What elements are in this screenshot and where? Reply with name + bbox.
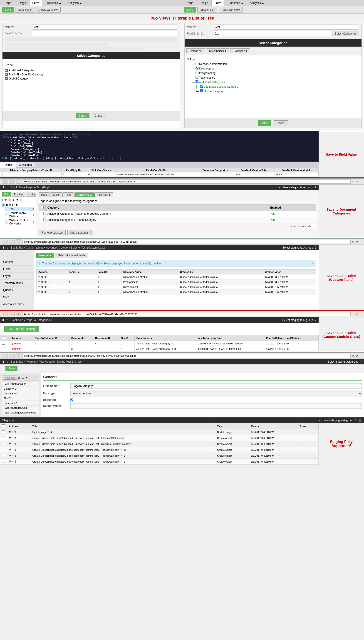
delete-icon-2[interactable]: 🗑	[41, 281, 44, 283]
staging-select-all[interactable]	[2, 424, 5, 427]
staging-action-icons-1[interactable]: ↻ ↗ 🗑	[9, 430, 17, 433]
tree-checkbox-programming[interactable]	[196, 71, 198, 74]
forward-btn-4[interactable]: →	[9, 354, 14, 358]
add-icon[interactable]: +	[2, 198, 4, 202]
new-field-button[interactable]: New field	[3, 376, 17, 380]
url-input-2[interactable]	[22, 240, 350, 244]
tree-checkbox-development[interactable]	[196, 67, 198, 70]
cancel-button-right[interactable]: Cancel	[274, 120, 288, 126]
field-item-pagetocategoryid[interactable]: PageToCategoryID*	[2, 382, 39, 386]
page-tab-categories[interactable]: Categories ▲	[74, 192, 95, 197]
tab-properties-right[interactable]: Properties ▲	[224, 0, 246, 6]
back-btn-3[interactable]: ←	[2, 312, 8, 316]
staging-cb-6[interactable]	[2, 460, 5, 463]
required-checkbox[interactable]	[70, 398, 73, 401]
tree-checkbox-blank-site[interactable]	[200, 85, 203, 88]
preview-tab[interactable]: Preview	[12, 192, 26, 197]
staging-col-title[interactable]: Title	[30, 423, 215, 429]
collapse-all-button[interactable]: Collapse All	[230, 48, 250, 53]
field-only-ids-input-left[interactable]	[32, 31, 177, 36]
help-icon-1[interactable]: ?	[315, 186, 316, 189]
name-input-right[interactable]	[214, 25, 360, 30]
tree-transformable[interactable]: 📄 Transformable Webpart	[5, 212, 34, 218]
th-itemid[interactable]: ItemID ▲	[67, 270, 96, 274]
tree-blank-site[interactable]: 🌐 Blank Site	[2, 203, 34, 207]
checkbox-blank-site[interactable]: Blank Site Specific Category	[5, 73, 177, 76]
tab-form-left[interactable]: Form	[29, 0, 42, 6]
pct-col-codename[interactable]: CodeName ▲	[134, 335, 195, 341]
tree-checkbox-additional[interactable]	[196, 80, 198, 83]
view-icon-2[interactable]: 👁	[44, 281, 47, 283]
apply-workflow-button-left[interactable]: Apply workflow	[36, 7, 61, 13]
results-tab[interactable]: Results	[0, 162, 16, 168]
cms-home-4[interactable]: ⌂	[7, 360, 8, 363]
default-value-input[interactable]	[70, 403, 362, 409]
remove-selected-button[interactable]: Remove selected	[38, 230, 66, 235]
checkbox-global-category-input[interactable]	[5, 77, 8, 80]
cat-checkbox-2[interactable]	[41, 218, 44, 221]
page-tab-design[interactable]: Design	[50, 192, 63, 197]
staging-label-2[interactable]: Select staging task group	[282, 246, 313, 249]
messages-tab[interactable]: Messages	[16, 162, 35, 168]
edit-tab[interactable]: Edit	[2, 192, 11, 197]
field-item-categoryid[interactable]: CategoryID*	[2, 386, 39, 391]
checkbox-global-category[interactable]: Global Category	[5, 77, 177, 80]
more-icon-1[interactable]: …	[48, 276, 50, 278]
tree-test-page[interactable]: 📄 Test	[5, 207, 34, 211]
staging-action-icons-4[interactable]: ↻ ↗ 🗑	[9, 448, 17, 451]
page-tab-form[interactable]: Form	[63, 192, 74, 197]
sidebar-sites[interactable]: Sites	[0, 294, 34, 301]
tab-page-right[interactable]: Page	[184, 0, 196, 6]
more-icon-2[interactable]: …	[48, 281, 50, 283]
delete-icon-1[interactable]: 🗑	[41, 276, 44, 278]
down-icon-tree[interactable]: ▼	[16, 198, 18, 202]
tree-webpart[interactable]: 📄 Webpart To Api Converter	[5, 219, 34, 225]
view-icon-1[interactable]: 👁	[44, 276, 47, 278]
select-button-right[interactable]: Select	[258, 120, 271, 126]
pct-select-all[interactable]	[2, 336, 5, 339]
view-icon-4[interactable]: 👁	[44, 291, 47, 293]
sidebar-transformations[interactable]: Transformations	[0, 280, 34, 287]
up-icon-tree[interactable]: ▲	[12, 198, 15, 202]
forward-btn-2[interactable]: →	[9, 240, 14, 244]
staging-label-1[interactable]: Select staging task group	[282, 186, 313, 189]
staging-col-type[interactable]: Type	[215, 423, 249, 429]
th-createdwhen[interactable]: Created when	[263, 270, 316, 274]
checkbox-blank-site-input[interactable]	[5, 73, 8, 76]
back-link[interactable]: ←	[0, 253, 34, 259]
tab-properties-left[interactable]: Properties ▲	[42, 0, 64, 6]
staging-action-icons-3[interactable]: ↻ ↗ 🗑	[9, 442, 17, 445]
data-type-select[interactable]: Integer number	[70, 391, 362, 396]
down-field-icon[interactable]: ▼	[25, 376, 28, 379]
sidebar-layout[interactable]: Layout	[0, 273, 34, 280]
pct-checkbox-2[interactable]	[2, 347, 5, 350]
enabled-link-2[interactable]: Yes	[270, 218, 275, 222]
pct-checkbox-1[interactable]	[2, 342, 5, 345]
refresh-btn-1[interactable]: ↻	[16, 179, 21, 184]
page-tab-analytics[interactable]: Analytics ▲	[95, 192, 113, 197]
edit-icon-3[interactable]: ✏	[38, 285, 40, 288]
th-catname[interactable]: Category Name	[121, 270, 178, 274]
help-icon-3[interactable]: ?	[315, 319, 316, 322]
page-tab-page[interactable]: Page	[38, 192, 50, 197]
cms-home-3[interactable]: ⌂	[7, 319, 8, 322]
cms-home-1[interactable]: ⌂	[7, 186, 8, 189]
field-name-input[interactable]	[70, 383, 362, 389]
more-icon-4[interactable]: …	[48, 291, 50, 293]
select-displayed-fields-button[interactable]: Select displayed fields	[55, 253, 88, 258]
pct-delete-2[interactable]: 🗑Delete	[12, 348, 21, 350]
up-field-icon[interactable]: ▲	[22, 376, 24, 379]
delete-icon-tree[interactable]: 🗑	[4, 198, 7, 202]
copy-icon-tree[interactable]: 📋	[8, 198, 11, 202]
url-input-1[interactable]	[22, 180, 350, 184]
tab-analytics-right[interactable]: Analytics ▲	[247, 0, 267, 6]
back-btn-2[interactable]: ←	[2, 240, 8, 244]
sidebar-alt-forms[interactable]: Alternative forms	[0, 301, 34, 308]
back-btn-4[interactable]: ←	[2, 354, 8, 358]
field-item-codename[interactable]: CodeName*	[2, 401, 39, 406]
tab-analytics-left[interactable]: Analytics ▲	[65, 0, 85, 6]
staging-cb-2[interactable]	[2, 436, 5, 439]
th-pageid[interactable]: Page ID	[96, 270, 121, 274]
delete-field-icon[interactable]: 🗑	[18, 376, 21, 379]
view-icon-3[interactable]: 👁	[44, 286, 47, 288]
